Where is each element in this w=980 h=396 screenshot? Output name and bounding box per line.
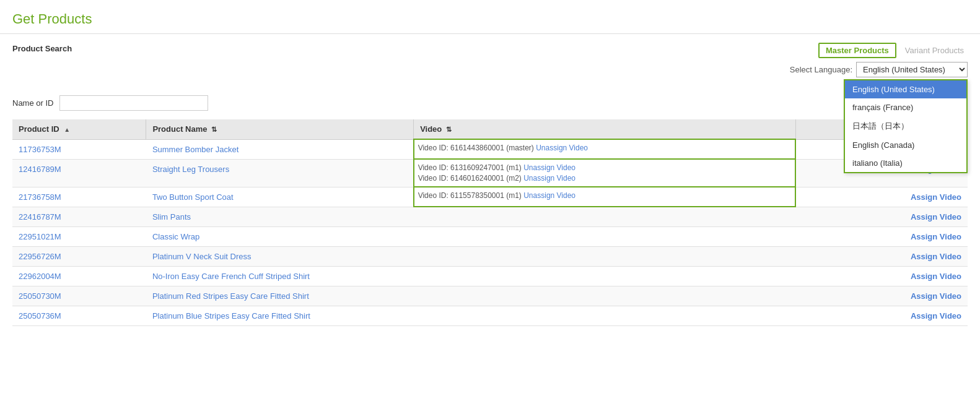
products-table: Product ID ▲ Product Name ⇅ Video ⇅ 1173… [12, 119, 968, 326]
language-dropdown-container: English (United States)français (France)… [856, 62, 968, 77]
product-name-link[interactable]: No-Iron Easy Care French Cuff Striped Sh… [152, 272, 310, 281]
cell-video: Video ID: 6131609247001 (m1) Unassign Vi… [414, 159, 796, 187]
top-bar: Product Search Master Products Variant P… [12, 43, 968, 90]
table-row: 22951021MClassic WrapAssign Video [12, 226, 968, 246]
name-id-row: Name or ID [12, 95, 968, 111]
cell-actions: Assign Video [795, 306, 968, 325]
assign-video-link[interactable]: Assign Video [911, 311, 961, 321]
col-header-product-name[interactable]: Product Name ⇅ [146, 119, 414, 139]
cell-product-id: 22956726M [12, 246, 146, 266]
video-info: Video ID: 6115578350001 (m1) Unassign Vi… [418, 191, 792, 200]
dropdown-item-en-us[interactable]: English (United States) [845, 80, 966, 98]
unassign-video-link[interactable]: Unassign Video [523, 163, 575, 172]
video-info: Video ID: 6131609247001 (m1) Unassign Vi… [418, 163, 792, 172]
product-name-link[interactable]: Classic Wrap [152, 232, 199, 241]
tab-row: Master Products Variant Products [818, 43, 968, 58]
tab-master-products[interactable]: Master Products [818, 43, 896, 58]
name-id-input[interactable] [59, 95, 208, 111]
unassign-video-link[interactable]: Unassign Video [523, 191, 575, 200]
language-dropdown-menu: English (United States) français (France… [844, 79, 968, 173]
product-name-link[interactable]: Platinum Red Stripes Easy Care Fitted Sh… [152, 291, 309, 301]
cell-actions: Assign Video [795, 246, 968, 266]
cell-actions: Assign Video [795, 187, 968, 207]
cell-video: Video ID: 6161443860001 (master) Unassig… [414, 139, 796, 159]
cell-actions: Assign Video [795, 266, 968, 286]
product-id-link[interactable]: 22951021M [19, 232, 61, 241]
tab-variant-products[interactable]: Variant Products [901, 44, 968, 57]
cell-product-id: 22951021M [12, 226, 146, 246]
product-id-link[interactable]: 25050730M [19, 291, 61, 301]
language-select[interactable]: English (United States)français (France)… [856, 62, 968, 77]
name-id-label: Name or ID [12, 98, 53, 108]
product-id-link[interactable]: 11736753M [19, 145, 61, 154]
assign-video-link[interactable]: Assign Video [911, 272, 961, 281]
product-id-link[interactable]: 22962004M [19, 272, 61, 281]
sort-icon-product-name: ⇅ [211, 126, 217, 133]
cell-video [414, 246, 796, 266]
table-row: 22962004MNo-Iron Easy Care French Cuff S… [12, 266, 968, 286]
product-id-link[interactable]: 22956726M [19, 252, 61, 261]
product-id-link[interactable]: 12416789M [19, 165, 61, 174]
product-name-link[interactable]: Slim Pants [152, 212, 191, 222]
product-name-link[interactable]: Platinum Blue Stripes Easy Care Fitted S… [152, 311, 310, 321]
cell-product-name: Straight Leg Trousers [146, 159, 414, 187]
table-body: 11736753MSummer Bomber JacketVideo ID: 6… [12, 139, 968, 325]
product-id-link[interactable]: 25050736M [19, 311, 61, 321]
table-header-row: Product ID ▲ Product Name ⇅ Video ⇅ [12, 119, 968, 139]
cell-product-name: Classic Wrap [146, 226, 414, 246]
cell-product-name: Platinum Red Stripes Easy Care Fitted Sh… [146, 286, 414, 306]
product-search-label: Product Search [12, 43, 72, 53]
product-name-link[interactable]: Summer Bomber Jacket [152, 145, 238, 154]
table-row: 21736758MTwo Button Sport CoatVideo ID: … [12, 187, 968, 207]
dropdown-item-en-ca[interactable]: English (Canada) [845, 136, 966, 154]
table-head: Product ID ▲ Product Name ⇅ Video ⇅ [12, 119, 968, 139]
table-row: 12416789MStraight Leg TrousersVideo ID: … [12, 159, 968, 187]
language-label: Select Language: [790, 65, 852, 74]
cell-product-id: 25050730M [12, 286, 146, 306]
assign-video-link[interactable]: Assign Video [911, 252, 961, 261]
product-id-link[interactable]: 21736758M [19, 192, 61, 202]
language-row: Select Language: English (United States)… [790, 62, 968, 77]
col-header-product-id[interactable]: Product ID ▲ [12, 119, 146, 139]
unassign-video-link[interactable]: Unassign Video [523, 174, 575, 183]
assign-video-link[interactable]: Assign Video [911, 192, 961, 202]
unassign-video-link[interactable]: Unassign Video [536, 144, 588, 152]
cell-product-name: Two Button Sport Coat [146, 187, 414, 207]
cell-product-id: 21736758M [12, 187, 146, 207]
col-product-id-label: Product ID [19, 124, 59, 134]
top-right: Master Products Variant Products Select … [790, 43, 968, 90]
cell-actions: Assign Video [795, 226, 968, 246]
cell-product-name: Summer Bomber Jacket [146, 139, 414, 159]
product-name-link[interactable]: Platinum V Neck Suit Dress [152, 252, 252, 261]
table-row: 11736753MSummer Bomber JacketVideo ID: 6… [12, 139, 968, 159]
table-row: 22956726MPlatinum V Neck Suit DressAssig… [12, 246, 968, 266]
video-info: Video ID: 6161443860001 (master) Unassig… [418, 144, 792, 152]
product-name-link[interactable]: Straight Leg Trousers [152, 165, 229, 174]
cell-video [414, 266, 796, 286]
table-row: 25050730MPlatinum Red Stripes Easy Care … [12, 286, 968, 306]
sort-arrow-product-id: ▲ [64, 126, 70, 133]
video-info: Video ID: 6146016240001 (m2) Unassign Vi… [418, 174, 792, 183]
cell-product-id: 11736753M [12, 139, 146, 159]
page-header: Get Products [0, 0, 980, 33]
cell-product-name: Platinum Blue Stripes Easy Care Fitted S… [146, 306, 414, 325]
page-title: Get Products [12, 11, 968, 27]
cell-product-id: 25050736M [12, 306, 146, 325]
assign-video-link[interactable]: Assign Video [911, 232, 961, 241]
col-product-name-label: Product Name [152, 124, 207, 134]
col-header-video[interactable]: Video ⇅ [414, 119, 796, 139]
sort-icon-video: ⇅ [446, 126, 452, 133]
cell-video [414, 286, 796, 306]
cell-product-name: Platinum V Neck Suit Dress [146, 246, 414, 266]
assign-video-link[interactable]: Assign Video [911, 291, 961, 301]
product-name-link[interactable]: Two Button Sport Coat [152, 192, 234, 202]
assign-video-link[interactable]: Assign Video [911, 212, 961, 222]
product-id-link[interactable]: 22416787M [19, 212, 61, 222]
cell-video [414, 226, 796, 246]
dropdown-item-it-it[interactable]: italiano (Italia) [845, 154, 966, 172]
dropdown-item-ja-jp[interactable]: 日本語（日本） [845, 116, 966, 136]
dropdown-item-fr-fr[interactable]: français (France) [845, 98, 966, 116]
cell-product-id: 22416787M [12, 207, 146, 226]
cell-product-name: Slim Pants [146, 207, 414, 226]
cell-product-id: 22962004M [12, 266, 146, 286]
